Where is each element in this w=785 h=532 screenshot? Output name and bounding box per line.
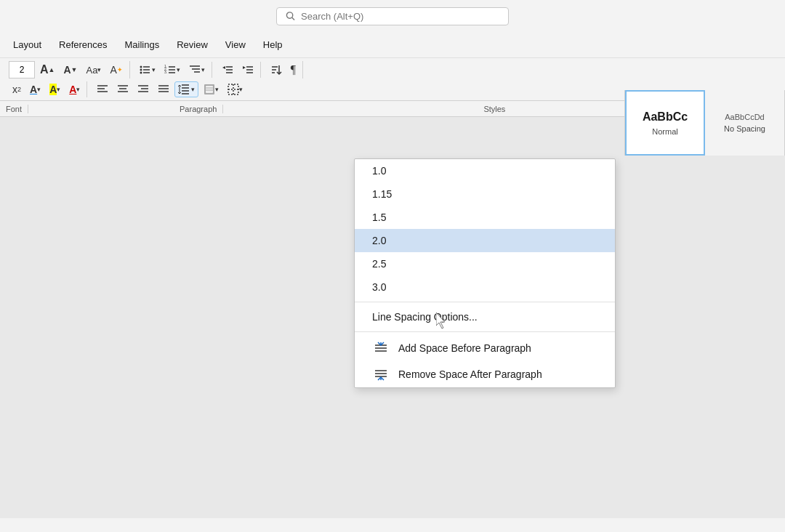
spacing-1-0-item[interactable]: 1.0	[355, 159, 615, 182]
multilevel-icon	[189, 64, 201, 76]
menu-references[interactable]: References	[52, 36, 114, 53]
font-size-group: A ▲ A ▼ Aa ▾ A ✦	[6, 61, 130, 78]
svg-rect-46	[206, 86, 213, 93]
add-space-before-item[interactable]: Add Space Before Paragraph	[355, 335, 615, 361]
menu-mailings[interactable]: Mailings	[118, 36, 167, 53]
spacing-1-0-value: 1.0	[372, 165, 386, 177]
spacing-2-5-value: 2.5	[372, 258, 386, 270]
line-spacing-options-label: Line Spacing Options...	[372, 311, 478, 323]
bullets-button[interactable]: ▾	[136, 62, 159, 78]
search-box[interactable]	[276, 7, 509, 25]
bullets-icon	[140, 64, 151, 76]
no-spacing-style-preview: AaBbCcDd	[725, 113, 764, 121]
svg-point-4	[140, 69, 142, 71]
align-right-button[interactable]	[134, 81, 153, 97]
align-center-icon	[117, 84, 129, 95]
text-format-group: x 2 A ▾ A ▾ A ▾	[6, 81, 87, 97]
spacing-1-5-value: 1.5	[372, 211, 386, 223]
list-group: ▾ 1. 2. 3. ▾ ▾	[133, 62, 212, 78]
ribbon: A ▲ A ▼ Aa ▾ A ✦	[0, 58, 785, 101]
search-icon	[286, 11, 295, 21]
clear-formatting-button[interactable]: A ✦	[106, 62, 126, 78]
spacing-3-0-item[interactable]: 3.0	[355, 275, 615, 299]
menu-layout[interactable]: Layout	[6, 36, 49, 53]
title-bar	[0, 0, 785, 32]
svg-marker-17	[222, 66, 225, 69]
spacing-2-0-value: 2.0	[372, 235, 386, 246]
change-case-button[interactable]: Aa ▾	[83, 63, 105, 78]
borders-icon	[228, 84, 239, 95]
shading-button[interactable]: ▾	[200, 81, 222, 97]
font-size-input[interactable]	[9, 61, 35, 78]
justify-button[interactable]	[154, 81, 173, 97]
align-right-icon	[137, 84, 149, 95]
para-section-label: Paragraph	[174, 105, 223, 113]
increase-indent-button[interactable]	[238, 62, 257, 78]
normal-style-button[interactable]: AaBbCc Normal	[625, 90, 705, 156]
superscript-button[interactable]: x 2	[9, 81, 25, 97]
svg-point-6	[140, 72, 142, 74]
sort-group: ¶	[264, 61, 303, 78]
justify-icon	[158, 84, 169, 95]
sort-icon	[270, 64, 282, 76]
styles-area: AaBbCc Normal AaBbCcDd No Spacing	[624, 90, 785, 156]
spacing-2-0-item[interactable]: 2.0	[355, 229, 615, 252]
styles-section-label: Styles	[478, 105, 511, 113]
svg-text:3.: 3.	[164, 70, 167, 74]
increase-indent-icon	[242, 64, 254, 76]
menu-view[interactable]: View	[218, 36, 253, 53]
decrease-indent-icon	[222, 64, 233, 76]
multilevel-list-button[interactable]: ▾	[185, 62, 209, 78]
ribbon-row-1: A ▲ A ▼ Aa ▾ A ✦	[6, 61, 779, 81]
dropdown-divider	[355, 302, 615, 302]
numbering-button[interactable]: 1. 2. 3. ▾	[161, 62, 184, 78]
remove-space-after-icon	[372, 367, 390, 382]
spacing-1-15-item[interactable]: 1.15	[355, 182, 615, 206]
spacing-1-5-item[interactable]: 1.5	[355, 206, 615, 229]
normal-style-preview: AaBbCc	[643, 110, 688, 124]
add-space-before-icon	[372, 341, 390, 355]
svg-point-2	[140, 66, 142, 68]
font-color-button[interactable]: A ▾	[26, 81, 44, 97]
line-spacing-options-item[interactable]: Line Spacing Options...	[355, 305, 615, 329]
remove-space-after-label: Remove Space After Paragraph	[398, 368, 542, 380]
align-left-button[interactable]	[93, 81, 112, 97]
normal-style-label: Normal	[652, 127, 677, 136]
decrease-indent-button[interactable]	[218, 62, 237, 78]
menu-review[interactable]: Review	[169, 36, 215, 53]
menu-bar: Layout References Mailings Review View H…	[0, 32, 785, 58]
show-formatting-button[interactable]: ¶	[287, 61, 299, 78]
spacing-3-0-value: 3.0	[372, 281, 386, 293]
indent-group	[215, 62, 261, 78]
sort-button[interactable]	[267, 62, 286, 78]
text-color-button[interactable]: A ▾	[65, 81, 84, 97]
alignment-group: ▾ ▾ ▾	[90, 81, 249, 97]
no-spacing-style-label: No Spacing	[724, 124, 765, 133]
highlight-button[interactable]: A ▾	[46, 81, 64, 97]
line-spacing-icon	[178, 84, 190, 95]
svg-marker-21	[243, 66, 246, 69]
svg-rect-49	[228, 84, 238, 94]
align-center-button[interactable]	[113, 81, 132, 97]
numbering-icon: 1. 2. 3.	[164, 64, 176, 76]
spacing-1-15-value: 1.15	[372, 188, 392, 200]
search-input[interactable]	[301, 11, 499, 22]
spacing-2-5-item[interactable]: 2.5	[355, 252, 615, 275]
borders-button[interactable]: ▾	[224, 81, 246, 97]
menu-help[interactable]: Help	[256, 36, 290, 53]
no-spacing-style-button[interactable]: AaBbCcDd No Spacing	[705, 90, 785, 156]
line-spacing-button[interactable]: ▾	[174, 81, 198, 97]
shrink-font-button[interactable]: A ▼	[60, 62, 81, 78]
add-space-before-label: Add Space Before Paragraph	[398, 342, 531, 354]
dropdown-divider-2	[355, 331, 615, 332]
grow-font-button[interactable]: A ▲	[36, 61, 58, 78]
line-spacing-dropdown: 1.0 1.15 1.5 2.0 2.5 3.0 Line Spacing Op…	[354, 158, 616, 388]
font-section-label: Font	[6, 105, 28, 113]
shading-icon	[204, 84, 215, 95]
remove-space-after-item[interactable]: Remove Space After Paragraph	[355, 361, 615, 387]
align-left-icon	[97, 84, 108, 95]
svg-line-1	[292, 17, 294, 20]
svg-point-0	[286, 12, 292, 18]
